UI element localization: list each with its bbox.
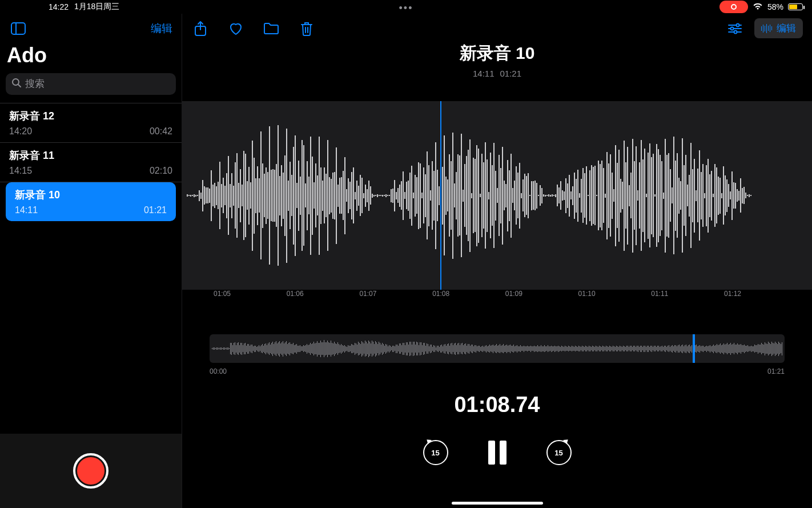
playback-controls: 15 15 (182, 440, 812, 465)
trash-icon[interactable] (298, 19, 316, 38)
multitask-dots[interactable]: ••• (399, 2, 413, 14)
list-item[interactable]: 新录音 11 14:1502:10 (0, 143, 182, 182)
recording-time: 14:11 (473, 69, 495, 78)
recording-title[interactable]: 新录音 10 (182, 42, 812, 65)
search-input[interactable] (6, 73, 176, 95)
current-time: 01:08.74 (182, 393, 812, 417)
list-item-duration: 02:10 (150, 166, 172, 176)
time-ticks: 01:0501:0601:0701:0801:0901:1001:1101:12 (182, 290, 812, 302)
edit-label: 编辑 (777, 22, 796, 35)
search-field[interactable] (25, 78, 170, 90)
svg-rect-0 (11, 23, 25, 34)
status-time: 14:22 (49, 2, 69, 11)
recording-subtitle: 14:11 01:21 (182, 69, 812, 78)
record-button[interactable] (73, 453, 108, 489)
list-item-title: 新录音 12 (9, 109, 172, 123)
skip-amount: 15 (431, 449, 439, 457)
share-icon[interactable] (191, 19, 210, 38)
overview-end: 01:21 (767, 367, 785, 375)
home-indicator[interactable] (452, 502, 543, 505)
svg-point-6 (736, 23, 739, 26)
svg-point-10 (734, 30, 737, 33)
skip-back-button[interactable]: 15 (423, 440, 448, 465)
list-item-title: 新录音 10 (15, 188, 167, 202)
svg-point-8 (730, 27, 733, 30)
record-footer (0, 434, 182, 508)
sidebar: 编辑 Ado 新录音 12 14:2000:42 新录音 11 14:1502:… (0, 14, 182, 508)
overview-waveform[interactable] (210, 334, 785, 363)
svg-line-3 (18, 85, 21, 87)
list-item[interactable]: 新录音 12 14:2000:42 (0, 103, 182, 143)
folder-icon[interactable] (262, 19, 280, 38)
search-icon (11, 78, 22, 90)
playhead[interactable] (440, 101, 441, 290)
favorite-icon[interactable] (227, 19, 245, 38)
status-date: 1月18日周三 (74, 2, 119, 12)
sidebar-edit-button[interactable]: 编辑 (151, 21, 172, 36)
folder-title: Ado (0, 41, 182, 73)
screen-record-indicator[interactable] (719, 1, 748, 13)
list-item-duration: 01:21 (144, 205, 167, 215)
battery-percent: 58% (767, 2, 783, 11)
overview-playhead[interactable] (693, 334, 695, 363)
list-item-time: 14:11 (15, 205, 38, 215)
overview-start: 00:00 (210, 367, 227, 375)
list-item-duration: 00:42 (150, 126, 172, 137)
recording-duration: 01:21 (500, 69, 522, 78)
status-bar: 14:22 1月18日周三 ••• 58% (0, 0, 812, 14)
skip-forward-button[interactable]: 15 (546, 440, 572, 465)
list-item-time: 14:15 (9, 166, 32, 176)
list-item-time: 14:20 (9, 126, 32, 137)
settings-sliders-icon[interactable] (726, 19, 744, 38)
main-panel: 编辑 新录音 10 14:11 01:21 01:0501:0601:0701:… (182, 14, 812, 508)
waveform[interactable] (182, 101, 812, 290)
pause-button[interactable] (488, 441, 507, 465)
waveform-edit-button[interactable]: 编辑 (754, 18, 803, 38)
sidebar-toggle-icon[interactable] (9, 19, 27, 38)
skip-amount: 15 (554, 449, 562, 457)
waveform-icon (761, 24, 773, 33)
battery-icon (788, 3, 803, 10)
recordings-list[interactable]: 新录音 12 14:2000:42 新录音 11 14:1502:10 新录音 … (0, 99, 182, 434)
wifi-icon (753, 2, 763, 12)
list-item-title: 新录音 11 (9, 149, 172, 162)
list-item[interactable]: 新录音 10 14:1101:21 (6, 182, 176, 221)
